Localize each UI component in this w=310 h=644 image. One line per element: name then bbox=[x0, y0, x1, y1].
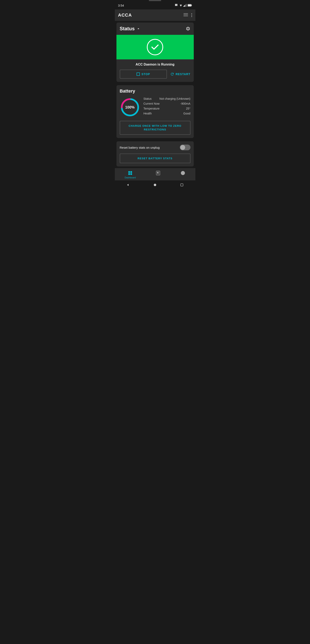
dashboard-icon bbox=[128, 170, 133, 176]
battery-ring: 100% bbox=[120, 97, 140, 118]
svg-rect-9 bbox=[191, 5, 192, 6]
nav-dashboard-label: Dashboard bbox=[125, 176, 136, 179]
svg-rect-5 bbox=[184, 5, 185, 7]
back-button[interactable] bbox=[126, 183, 130, 187]
status-icons bbox=[175, 4, 192, 7]
status-card-header: Status bbox=[116, 22, 194, 35]
battery-card: Battery 100% Status Not charging bbox=[116, 85, 194, 138]
svg-rect-6 bbox=[185, 4, 186, 7]
chevron-up-icon bbox=[136, 26, 140, 31]
battery-stat-status: Status Not charging (Unknown) bbox=[143, 97, 191, 100]
nav-dashboard[interactable]: Dashboard bbox=[120, 170, 140, 180]
phone-container: 3:54 bbox=[115, 0, 195, 190]
stat-value-health: Good bbox=[183, 112, 190, 115]
svg-rect-27 bbox=[157, 172, 158, 173]
settings-icon[interactable] bbox=[186, 26, 191, 31]
reset-toggle-row: Reset battery stats on unplug bbox=[120, 144, 191, 150]
reset-toggle-label: Reset battery stats on unplug bbox=[120, 146, 160, 149]
recents-icon bbox=[181, 184, 183, 186]
nav-profile[interactable] bbox=[151, 170, 165, 180]
more-options-icon[interactable] bbox=[191, 13, 192, 17]
reset-toggle[interactable] bbox=[180, 144, 191, 150]
battery-stat-current: Current Now -900mA bbox=[143, 102, 191, 105]
back-icon bbox=[126, 183, 130, 187]
stat-value-current: -900mA bbox=[180, 102, 190, 105]
restart-icon bbox=[170, 72, 174, 76]
svg-rect-22 bbox=[128, 171, 130, 173]
stat-value-status: Not charging (Unknown) bbox=[160, 97, 191, 100]
checkmark-icon bbox=[150, 42, 160, 52]
battery-stats: Status Not charging (Unknown) Current No… bbox=[143, 97, 191, 117]
svg-rect-2 bbox=[177, 4, 177, 6]
stat-label-temp: Temperature bbox=[143, 107, 160, 110]
status-banner bbox=[116, 35, 194, 60]
stat-label-current: Current Now bbox=[143, 102, 160, 105]
svg-rect-25 bbox=[130, 173, 132, 175]
battery-percentage: 100% bbox=[125, 105, 134, 110]
status-card-title: Status bbox=[120, 26, 140, 32]
app-title: ACCA bbox=[118, 12, 132, 18]
battery-status-icon bbox=[188, 4, 192, 6]
svg-rect-10 bbox=[188, 5, 191, 6]
bottom-nav: Dashboard bbox=[115, 168, 195, 180]
daemon-status-text: ACC Daemon is Running bbox=[116, 60, 194, 70]
profile-icon bbox=[156, 170, 161, 176]
svg-rect-24 bbox=[128, 173, 130, 175]
app-bar: ACCA bbox=[115, 10, 195, 21]
nav-history[interactable] bbox=[176, 170, 190, 180]
svg-rect-14 bbox=[184, 16, 188, 16]
home-icon bbox=[153, 183, 157, 186]
notch-bar bbox=[149, 0, 161, 1]
restart-button[interactable]: RESTART bbox=[170, 72, 190, 76]
stop-icon bbox=[136, 72, 140, 76]
toggle-knob bbox=[180, 145, 185, 150]
battery-stat-health: Health Good bbox=[143, 112, 191, 115]
battery-card-header: Battery bbox=[116, 85, 194, 96]
app-bar-actions bbox=[184, 13, 192, 17]
wifi-icon bbox=[179, 4, 183, 7]
status-card: Status ACC Daemon is Running bbox=[116, 22, 194, 82]
reset-battery-card: Reset battery stats on unplug RESET BATT… bbox=[116, 141, 194, 166]
status-buttons: STOP RESTART bbox=[116, 70, 194, 82]
svg-point-16 bbox=[191, 15, 192, 16]
svg-rect-4 bbox=[184, 6, 184, 7]
stat-label-health: Health bbox=[143, 112, 152, 115]
battery-title: Battery bbox=[120, 88, 135, 94]
stat-value-temp: 25° bbox=[186, 107, 190, 110]
charge-once-button[interactable]: CHARGE ONCE WITH LOW TO ZERORESTRICTIONS bbox=[120, 121, 191, 135]
svg-rect-18 bbox=[137, 73, 140, 76]
svg-rect-29 bbox=[159, 172, 159, 173]
reset-stats-button[interactable]: RESET BATTERY STATS bbox=[120, 154, 191, 163]
status-bar: 3:54 bbox=[115, 1, 195, 10]
menu-icon[interactable] bbox=[184, 13, 188, 17]
system-nav bbox=[115, 180, 195, 190]
svg-rect-11 bbox=[184, 13, 188, 14]
svg-point-32 bbox=[154, 184, 156, 186]
home-button[interactable] bbox=[153, 183, 157, 187]
svg-rect-1 bbox=[176, 4, 177, 6]
sim-icon bbox=[175, 4, 178, 7]
svg-rect-0 bbox=[175, 4, 176, 6]
check-circle bbox=[147, 39, 163, 55]
svg-point-15 bbox=[191, 13, 192, 14]
history-icon bbox=[181, 170, 185, 176]
svg-rect-12 bbox=[184, 14, 188, 15]
svg-rect-7 bbox=[186, 4, 187, 7]
battery-content: 100% Status Not charging (Unknown) Curre… bbox=[116, 96, 194, 121]
svg-point-17 bbox=[191, 16, 192, 17]
battery-stat-temp: Temperature 25° bbox=[143, 107, 191, 110]
stat-label-status: Status bbox=[143, 97, 152, 100]
stop-button[interactable]: STOP bbox=[120, 70, 167, 79]
svg-rect-28 bbox=[159, 172, 159, 172]
svg-rect-30 bbox=[157, 174, 159, 174]
signal-icon bbox=[184, 4, 187, 7]
status-time: 3:54 bbox=[118, 4, 124, 7]
recents-button[interactable] bbox=[180, 183, 184, 187]
svg-rect-33 bbox=[181, 184, 183, 186]
svg-rect-23 bbox=[130, 171, 132, 173]
svg-point-3 bbox=[181, 6, 181, 6]
